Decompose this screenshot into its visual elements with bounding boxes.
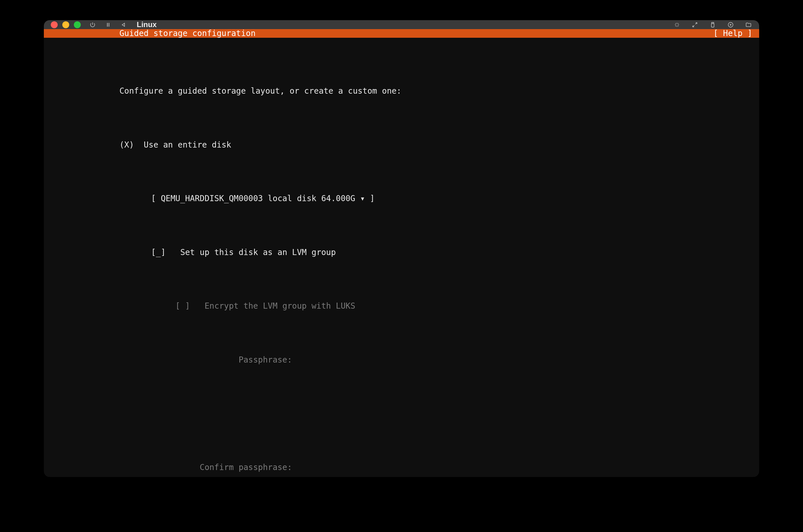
restart-icon[interactable] <box>120 21 127 28</box>
confirm-passphrase-row: Confirm passphrase: <box>44 458 759 476</box>
passphrase-row: Passphrase: <box>44 351 759 369</box>
maximize-window-icon[interactable] <box>74 21 81 28</box>
installer-header: Guided storage configuration [ Help ] <box>44 29 759 38</box>
encrypt-checkbox: [ ] <box>175 301 190 311</box>
pause-icon[interactable] <box>105 21 112 28</box>
lvm-checkbox[interactable]: [_] <box>151 248 166 257</box>
option-entire-disk-label: Use an entire disk <box>144 140 231 150</box>
encrypt-checkbox-row: [ ] Encrypt the LVM group with LUKS <box>44 297 759 315</box>
disc-icon[interactable] <box>727 21 734 28</box>
svg-rect-4 <box>711 23 714 27</box>
titlebar: Linux <box>44 20 759 29</box>
sparkle-icon[interactable] <box>673 21 681 28</box>
console: Guided storage configuration [ Help ] Co… <box>44 29 759 477</box>
expand-icon[interactable] <box>691 21 698 28</box>
encrypt-checkbox-label: Encrypt the LVM group with LUKS <box>204 301 355 311</box>
power-icon[interactable] <box>89 21 96 28</box>
page-title: Guided storage configuration <box>44 30 256 37</box>
confirm-passphrase-label: Confirm passphrase: <box>200 462 292 472</box>
svg-point-6 <box>730 24 731 25</box>
svg-marker-2 <box>122 23 125 26</box>
disk-select[interactable]: [ QEMU_HARDDISK_QM00003 local disk 64.00… <box>44 190 759 208</box>
titlebar-right <box>673 21 752 28</box>
radio-entire-disk[interactable]: (X) <box>120 140 134 150</box>
usb-icon[interactable] <box>709 21 716 28</box>
folder-icon[interactable] <box>745 21 752 28</box>
installer-body: Configure a guided storage layout, or cr… <box>44 38 759 477</box>
prompt-text: Configure a guided storage layout, or cr… <box>44 82 759 100</box>
lvm-checkbox-label: Set up this disk as an LVM group <box>180 248 336 257</box>
traffic-lights <box>51 21 81 28</box>
minimize-window-icon[interactable] <box>62 21 69 28</box>
vm-title: Linux <box>137 20 157 29</box>
disk-select-value: [ QEMU_HARDDISK_QM00003 local disk 64.00… <box>151 194 375 203</box>
passphrase-label: Passphrase: <box>239 355 292 364</box>
passphrase-blank <box>44 405 759 422</box>
help-button[interactable]: [ Help ] <box>713 30 759 37</box>
vm-window: Linux Guided storage configuration [ Hel… <box>44 20 759 477</box>
close-window-icon[interactable] <box>51 21 58 28</box>
svg-point-5 <box>728 22 733 27</box>
option-entire-disk[interactable]: (X) Use an entire disk <box>44 136 759 154</box>
lvm-checkbox-row[interactable]: [_] Set up this disk as an LVM group <box>44 244 759 261</box>
